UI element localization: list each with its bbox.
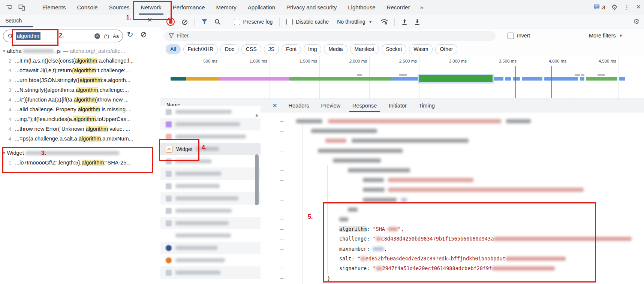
tab-sources[interactable]: Sources xyxy=(103,0,135,15)
search-match-line[interactable]: 3...N.stringify({algorithm:a.algorithm,c… xyxy=(0,85,160,95)
search-refresh-icon[interactable]: ↻ xyxy=(127,30,133,39)
regex-toggle[interactable]: (*) xyxy=(104,33,109,39)
import-har-icon[interactable] xyxy=(401,19,407,25)
device-toolbar-icon[interactable] xyxy=(17,3,26,12)
settings-gear-icon[interactable]: ⚙ xyxy=(611,4,618,11)
type-filter-other[interactable]: Other xyxy=(435,44,457,54)
timeline-tick-label: 4,500 ms xyxy=(584,59,616,63)
redacted-text xyxy=(175,196,238,200)
filter-funnel-icon[interactable] xyxy=(201,19,208,25)
tab-console[interactable]: Console xyxy=(72,0,103,15)
filter-input[interactable]: Filter xyxy=(164,31,496,41)
clear-network-log-icon[interactable]: ⊘ xyxy=(181,18,188,26)
match-case-toggle[interactable]: Aa xyxy=(113,33,119,39)
search-match-line[interactable]: 4...alid challenge. Property algorithm i… xyxy=(0,105,160,114)
type-filter-doc[interactable]: Doc xyxy=(220,44,239,54)
resource-icon xyxy=(166,270,172,276)
request-row[interactable] xyxy=(160,266,261,279)
response-code-viewer[interactable]: ––––––––––––algorithm: "SHA-",–challenge… xyxy=(261,112,644,284)
type-filter-fetch-xhr[interactable]: Fetch/XHR xyxy=(183,44,218,54)
search-clear-results-icon[interactable]: ⊘ xyxy=(140,30,147,39)
match-highlight: algorithm xyxy=(78,106,100,112)
search-input[interactable]: algorithm ✕ (*) Aa xyxy=(3,30,123,42)
detail-tab-initiator[interactable]: Initiator xyxy=(383,99,413,112)
request-row[interactable] xyxy=(160,217,261,229)
search-match-line[interactable]: 4...k")}function Aa(a){if(!a.algorithm)t… xyxy=(0,95,160,105)
inspect-element-icon[interactable] xyxy=(4,3,13,12)
request-row[interactable] xyxy=(160,130,261,143)
code-line: – xyxy=(261,136,644,145)
detail-tab-timing[interactable]: Timing xyxy=(413,99,441,112)
search-match-line[interactable]: 1...io7ImooooGf/Z",length:5},algorithm:"… xyxy=(0,158,160,167)
clear-query-icon[interactable]: ✕ xyxy=(94,33,100,39)
search-close-icon[interactable]: ✕ xyxy=(147,16,152,24)
type-filter-manifest[interactable]: Manifest xyxy=(350,44,379,54)
tab-lighthouse[interactable]: Lighthouse xyxy=(342,0,381,15)
detail-tab-headers[interactable]: Headers xyxy=(283,99,315,112)
type-filter-js[interactable]: JS xyxy=(264,44,279,54)
request-row[interactable] xyxy=(160,205,261,217)
scroll-up-arrow-icon[interactable]: ▲ xyxy=(255,112,259,118)
tab-recorder[interactable]: Recorder xyxy=(381,0,416,15)
disable-cache-checkbox[interactable] xyxy=(286,19,293,25)
network-overview-timeline[interactable]: 500 ms1,000 ms1,500 ms2,000 ms2,500 ms3,… xyxy=(160,56,644,99)
type-filter-font[interactable]: Font xyxy=(282,44,301,54)
type-filter-wasm[interactable]: Wasm xyxy=(409,44,433,54)
more-options-dots-icon[interactable]: ⋮ xyxy=(624,4,630,10)
tab-privacy-and-security[interactable]: Privacy and security xyxy=(281,0,342,15)
more-filters-button[interactable]: More filters ▼ xyxy=(589,33,623,39)
request-row[interactable] xyxy=(160,242,261,254)
type-filter-media[interactable]: Media xyxy=(324,44,347,54)
invert-checkbox[interactable] xyxy=(508,33,514,39)
json-string-value: "SHA- xyxy=(373,226,388,232)
close-devtools-icon[interactable]: ✕ xyxy=(636,4,641,10)
match-line-number: 3 xyxy=(0,68,11,73)
code-line: – xyxy=(261,146,644,155)
type-filter-socket[interactable]: Socket xyxy=(382,44,407,54)
close-detail-icon[interactable]: ✕ xyxy=(261,99,283,112)
timeline-tick-label: 1,500 ms xyxy=(285,59,317,63)
request-row-widget[interactable]: <>Widget xyxy=(160,143,261,155)
issues-badge[interactable]: 3 xyxy=(593,4,605,10)
request-row[interactable] xyxy=(160,254,261,266)
network-search-icon[interactable] xyxy=(214,19,221,25)
type-filter-css[interactable]: CSS xyxy=(241,44,261,54)
network-settings-gear-icon[interactable]: ⚙ xyxy=(633,18,640,25)
line-number-redacted: – xyxy=(279,155,285,165)
record-network-log-button[interactable] xyxy=(166,18,175,26)
export-har-icon[interactable] xyxy=(414,19,420,25)
tab-elements[interactable]: Elements xyxy=(37,0,72,15)
network-conditions-icon[interactable] xyxy=(380,18,388,25)
line-number-redacted: – xyxy=(279,224,285,234)
search-match-line[interactable]: 3...urn btoa(JSON.stringify({algorithm:a… xyxy=(0,75,160,85)
scrollbar-thumb[interactable] xyxy=(255,154,259,205)
type-filter-img[interactable]: Img xyxy=(304,44,321,54)
search-file-header[interactable]: ▾altcha.js— altcha.org/_astro/altc… xyxy=(0,46,160,56)
detail-tab-preview[interactable]: Preview xyxy=(315,99,346,112)
request-row[interactable] xyxy=(160,229,261,242)
search-file-header[interactable]: ▾Widget xyxy=(0,148,160,158)
line-number-redacted: – xyxy=(279,126,285,136)
redacted-text xyxy=(196,147,219,151)
request-row[interactable] xyxy=(160,155,261,167)
detail-tab-response[interactable]: Response xyxy=(346,99,383,112)
request-row[interactable] xyxy=(160,106,261,118)
tab-performance[interactable]: Performance xyxy=(167,0,211,15)
type-filter-all[interactable]: All xyxy=(166,44,181,54)
search-match-line[interactable]: 4...=ps(a.challenge,a.salt,a.algorithm,a… xyxy=(0,134,160,143)
request-row[interactable] xyxy=(160,192,261,205)
search-match-line[interactable]: 4...ing.");if(!ea.includes(a.algorithm.t… xyxy=(0,114,160,124)
tab-network[interactable]: Network xyxy=(135,0,167,15)
throttling-select[interactable]: No throttling xyxy=(337,19,365,25)
tab-memory[interactable]: Memory xyxy=(211,0,242,15)
search-match-line[interactable]: 2...it m(l,a,s,n)}else{const{algorithm:a… xyxy=(0,56,160,66)
redacted-code xyxy=(296,119,322,123)
search-match-line[interactable]: 3...o=await Ji(i,e,t);return{algorithm:t… xyxy=(0,66,160,75)
search-match-line[interactable]: 4...throw new Error(`Unknown algorithm v… xyxy=(0,124,160,134)
request-row[interactable] xyxy=(160,180,261,192)
more-tabs-chevron[interactable]: » xyxy=(415,0,428,15)
preserve-log-checkbox[interactable] xyxy=(234,19,240,25)
request-row[interactable] xyxy=(160,118,261,130)
request-row[interactable] xyxy=(160,167,261,180)
tab-application[interactable]: Application xyxy=(242,0,281,15)
